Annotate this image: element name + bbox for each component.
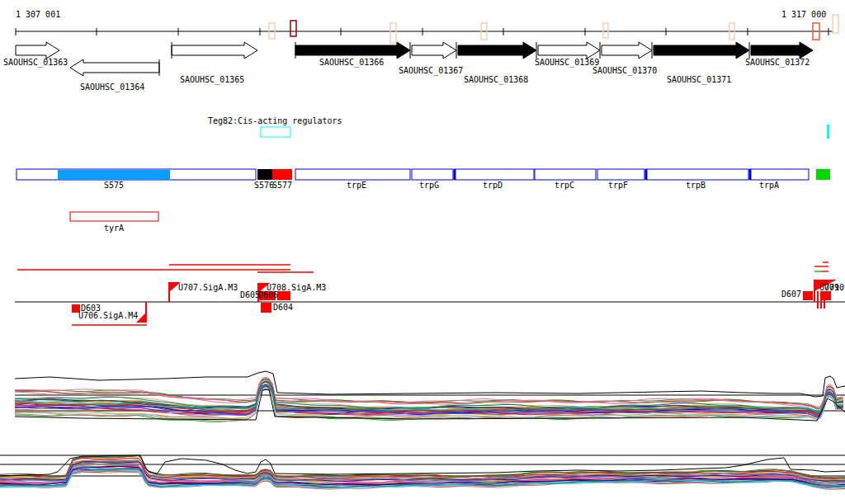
segment-label-s577[interactable]: S577	[272, 181, 292, 190]
segment-trpe[interactable]	[295, 169, 410, 180]
gene-label-saouhsc-01366[interactable]: SAOUHSC_01366	[319, 59, 384, 67]
tss-feature-box[interactable]	[822, 291, 831, 300]
teg82-edge-tick	[827, 125, 829, 139]
gene-label-saouhsc-01372[interactable]: SAOUHSC_01372	[745, 59, 810, 67]
segment-s576[interactable]	[257, 169, 272, 180]
ruler-end-coordinate: 1 317 000	[781, 11, 826, 19]
gene-arrow-saouhsc_01370[interactable]	[602, 42, 652, 59]
gene-arrow-saouhsc_01364[interactable]	[70, 59, 159, 76]
segment-trpg[interactable]	[412, 169, 453, 180]
tss-feature-box[interactable]	[803, 291, 813, 300]
gene-label-saouhsc-01364[interactable]: SAOUHSC_01364	[80, 83, 144, 92]
segment-s577[interactable]	[272, 169, 292, 180]
tss-feature-box[interactable]	[261, 303, 271, 313]
gene-arrow-saouhsc_01363[interactable]	[16, 42, 59, 59]
segment-label-s576[interactable]: S576	[254, 181, 274, 190]
gene-arrow-saouhsc_01371[interactable]	[654, 42, 749, 59]
segment-trpb[interactable]	[646, 169, 748, 180]
gene-label-saouhsc-01369[interactable]: SAOUHSC_01369	[535, 59, 599, 67]
ruler-feature-mark	[390, 23, 396, 43]
segment-label-trpa[interactable]: trpA	[759, 181, 779, 190]
segment-trpa[interactable]	[750, 169, 809, 180]
ruler-feature-mark	[833, 15, 838, 33]
tss-label-u707[interactable]: U707.SigA.M3	[178, 284, 238, 292]
segment-label-trpf[interactable]: trpF	[608, 181, 628, 190]
gene-arrow-saouhsc_01367[interactable]	[412, 42, 456, 59]
gene-label-saouhsc-01370[interactable]: SAOUHSC_01370	[592, 67, 657, 75]
segment-label-trpe[interactable]: trpE	[347, 181, 366, 190]
gene-label-saouhsc-01371[interactable]: SAOUHSC_01371	[667, 76, 731, 84]
gene-arrow-saouhsc_01369[interactable]	[538, 42, 600, 59]
tss-label-d606[interactable]: D606	[258, 291, 278, 299]
gene-arrow-saouhsc_01365[interactable]	[172, 42, 257, 59]
segment-trpf[interactable]	[597, 169, 644, 180]
tss-label-u706[interactable]: U706.SigA.M4	[78, 312, 138, 320]
gene-arrow-saouhsc_01372[interactable]	[751, 42, 813, 59]
gene-label-saouhsc-01363[interactable]: SAOUHSC_01363	[3, 59, 68, 67]
gene-label-tyra[interactable]: tyrA	[104, 224, 124, 233]
gene-label-saouhsc-01367[interactable]: SAOUHSC_01367	[399, 67, 463, 75]
tss-label-d604[interactable]: D604	[273, 304, 293, 312]
segment-label-trpd[interactable]: trpD	[483, 181, 503, 190]
segment-label-s575[interactable]: S575	[104, 181, 124, 190]
genome-browser-view: 1 307 001 1 317 000 SAOUHSC_01363 SAOUHS…	[0, 0, 845, 504]
segment-trpc[interactable]	[535, 169, 596, 180]
teg82-regulator-box[interactable]	[261, 127, 290, 137]
segment-label-trpg[interactable]: trpG	[419, 181, 439, 190]
teg82-track-label: Teg82:Cis-acting regulators	[208, 117, 342, 125]
gene-arrow-saouhsc_01366[interactable]	[295, 42, 410, 59]
tss-label-d605[interactable]: D605	[240, 291, 260, 299]
tss-label-d607[interactable]: D607	[781, 290, 801, 299]
tyra-box[interactable]	[70, 212, 158, 221]
ruler-feature-mark	[603, 23, 608, 38]
segment-trpd[interactable]	[455, 169, 534, 180]
tss-label-u708[interactable]: U708.SigA.M3	[267, 284, 326, 292]
segment-highlight	[58, 170, 170, 180]
gene-label-saouhsc-01365[interactable]: SAOUHSC_01365	[180, 76, 244, 84]
ruler-start-coordinate: 1 307 001	[16, 11, 60, 19]
tss-label-u710[interactable]: U710	[824, 284, 844, 292]
gene-label-saouhsc-01368[interactable]: SAOUHSC_01368	[464, 76, 528, 84]
green-feature-box	[816, 169, 830, 180]
segment-label-trpb[interactable]: trpB	[686, 181, 706, 190]
segment-label-trpc[interactable]: trpC	[555, 181, 574, 190]
gene-arrow-saouhsc_01368[interactable]	[458, 42, 536, 59]
ruler-feature-mark	[290, 21, 296, 36]
tss-feature-box[interactable]	[277, 291, 290, 300]
